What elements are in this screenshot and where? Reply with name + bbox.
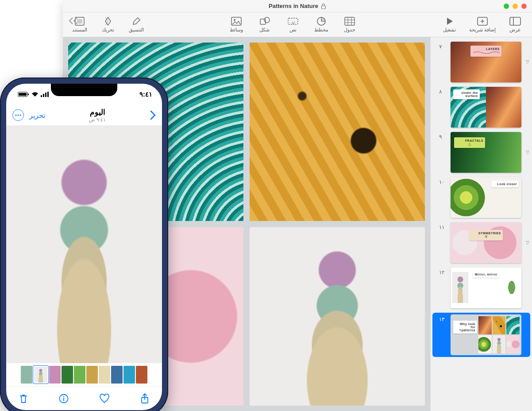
slide-thumb-12[interactable]: Mirror, mirror ١٢ (433, 268, 529, 308)
disclosure-triangle-icon[interactable]: ▽ (524, 222, 529, 245)
slide-thumb-9[interactable]: ▽ FRACTALS △ ٩ (433, 132, 529, 173)
heart-icon (99, 394, 110, 403)
edit-button[interactable]: تحرير (29, 111, 45, 120)
filmstrip-thumb[interactable] (111, 366, 123, 384)
filmstrip-thumb[interactable] (136, 366, 147, 384)
image-icon (231, 16, 242, 26)
nav-title: اليوم (89, 108, 105, 117)
slide-thumb-7[interactable]: ▽ LAYERS ٧ (433, 42, 529, 82)
filmstrip-thumb[interactable] (21, 366, 32, 384)
play-button[interactable]: تشغيل (441, 16, 459, 33)
zoom-window-button[interactable] (504, 4, 509, 9)
format-button[interactable]: التنسيق (127, 16, 145, 33)
animate-icon (102, 16, 114, 26)
svg-rect-28 (28, 93, 29, 95)
ellipsis-icon (15, 114, 21, 116)
filmstrip-thumb[interactable] (86, 366, 98, 384)
back-button[interactable] (150, 110, 156, 120)
more-button[interactable] (12, 109, 24, 121)
slide-thumb-10[interactable]: Look closer ١٠ (433, 177, 529, 218)
svg-rect-1 (510, 17, 520, 25)
svg-rect-0 (322, 6, 326, 9)
photo-filmstrip[interactable] (6, 363, 162, 386)
locked-icon (321, 3, 326, 9)
window-controls (504, 4, 527, 9)
iphone-device: ٩:٤١ اليوم ٩:٤١ ص تحرير (0, 78, 168, 411)
paintbrush-icon (131, 16, 142, 26)
shape-button[interactable]: شكل (256, 16, 274, 33)
status-time: ٩:٤١ (139, 90, 152, 98)
media-button[interactable]: وسائط (227, 16, 245, 33)
trash-button[interactable] (18, 393, 29, 404)
share-button[interactable] (139, 393, 150, 404)
slide-thumbnail[interactable]: Look closer (451, 177, 521, 218)
filmstrip-thumb[interactable] (49, 366, 61, 384)
svg-rect-24 (45, 93, 46, 97)
disclosure-triangle-icon[interactable]: ▽ (524, 42, 529, 64)
slide-thumbnail-selected[interactable]: Why look for patterns? (451, 314, 521, 355)
slide-thumbnail[interactable]: LAYERS (451, 42, 521, 82)
trash-icon (19, 393, 28, 404)
collapse-toolbar-button[interactable] (67, 16, 79, 26)
photos-toolbar (6, 386, 162, 410)
iphone-screen: ٩:٤١ اليوم ٩:٤١ ص تحرير (6, 84, 162, 410)
document-title: Patterns in Nature (269, 3, 326, 9)
nav-title-group: اليوم ٩:٤١ ص (89, 108, 105, 123)
cellular-icon (41, 92, 49, 97)
photo-viewer[interactable] (6, 125, 162, 363)
slide-thumbnail[interactable]: Mirror, mirror (451, 268, 521, 308)
disclosure-triangle-icon[interactable]: ▽ (524, 132, 529, 155)
svg-point-19 (234, 19, 235, 21)
sidebar-icon (509, 16, 521, 26)
text-box-icon: ن (287, 16, 299, 26)
view-button[interactable]: عرض (506, 16, 524, 33)
slide-thumb-8[interactable]: Under the surface ٨ (433, 87, 529, 128)
info-icon (59, 394, 69, 403)
svg-point-17 (264, 17, 270, 23)
svg-text:ن: ن (291, 19, 294, 24)
slide-thumb-11[interactable]: ▽ SYMMETRIES ✲ ١١ (433, 222, 529, 263)
svg-point-29 (15, 114, 16, 116)
filmstrip-thumb[interactable] (123, 366, 135, 384)
svg-point-34 (63, 396, 64, 397)
table-icon (344, 16, 355, 26)
svg-point-31 (19, 114, 21, 116)
favorite-button[interactable] (99, 393, 110, 404)
slide-navigator[interactable]: ▽ LAYERS ٧ Under the surface ٨ (430, 37, 532, 411)
pie-chart-icon (316, 16, 327, 26)
filmstrip-thumb[interactable] (99, 366, 110, 384)
slide-thumb-13[interactable]: Why look for patterns? ١٣ (432, 313, 530, 357)
shapes-icon (259, 16, 270, 26)
battery-icon (18, 92, 29, 97)
slide-image-honeycomb[interactable] (250, 43, 425, 221)
slide-image-urchins[interactable] (250, 227, 425, 406)
close-window-button[interactable] (521, 4, 527, 9)
filmstrip-thumb[interactable] (62, 366, 73, 384)
table-button[interactable]: جدول (341, 16, 359, 33)
svg-rect-22 (41, 95, 42, 97)
svg-point-30 (17, 114, 19, 116)
photos-navbar: اليوم ٩:٤١ ص تحرير (6, 105, 162, 125)
text-button[interactable]: ن نص (284, 16, 302, 33)
minimize-window-button[interactable] (513, 4, 518, 9)
svg-rect-23 (43, 94, 44, 97)
filmstrip-thumb-current[interactable] (33, 366, 48, 384)
wifi-icon (31, 92, 39, 97)
info-button[interactable] (58, 393, 69, 404)
share-icon (140, 393, 149, 404)
document-title-text: Patterns in Nature (269, 3, 318, 9)
plus-rect-icon (477, 16, 488, 26)
nav-subtitle: ٩:٤١ ص (89, 117, 105, 123)
slide-thumbnail[interactable]: SYMMETRIES ✲ (451, 222, 521, 263)
iphone-notch (51, 84, 117, 96)
chart-button[interactable]: مخطط (312, 16, 330, 33)
window-titlebar: Patterns in Nature (63, 0, 532, 12)
add-slide-button[interactable]: إضافة شريحة (469, 16, 496, 33)
animate-button[interactable]: تحريك (99, 16, 117, 33)
slide-thumbnail[interactable]: FRACTALS △ (451, 132, 521, 173)
slide-thumbnail[interactable]: Under the surface (451, 87, 521, 128)
filmstrip-thumb[interactable] (74, 366, 85, 384)
keynote-toolbar: عرض إضافة شريحة تشغيل جدول مخطط ن نص شكل (63, 12, 532, 37)
svg-rect-27 (19, 93, 27, 96)
svg-rect-6 (345, 17, 355, 25)
